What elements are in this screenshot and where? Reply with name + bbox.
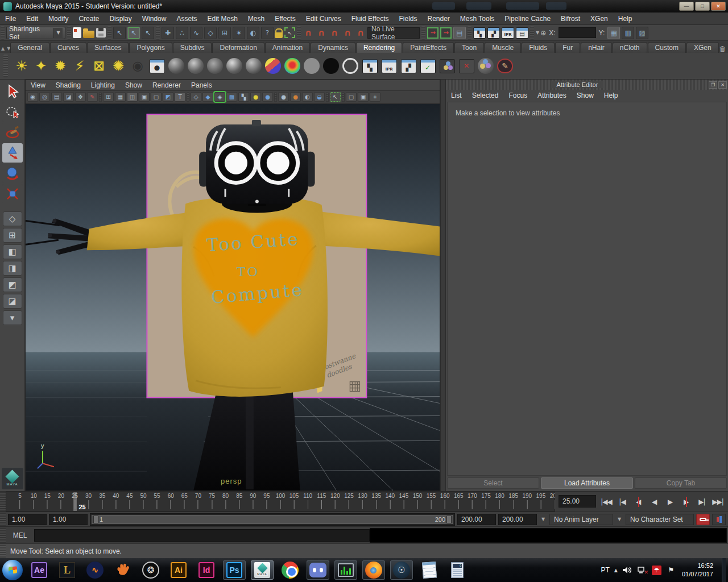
depth-of-field-icon[interactable]: ◒ xyxy=(314,92,325,102)
timeline-tick[interactable]: 120 xyxy=(330,492,340,511)
timeline-tick[interactable]: 80 xyxy=(222,492,229,511)
load-attributes-button[interactable]: Load Attributes xyxy=(541,477,633,489)
field-chart-icon[interactable]: ◩ xyxy=(163,92,173,102)
menu-item[interactable]: Edit Curves xyxy=(301,13,346,24)
timeline-tick[interactable]: 135 xyxy=(371,492,381,511)
taskbar-task-manager[interactable] xyxy=(334,560,357,580)
timeline-tick[interactable]: 15 xyxy=(44,492,51,511)
bookmark-icon[interactable]: ▤ xyxy=(51,92,62,102)
viewport-menu-item[interactable]: Shading xyxy=(51,80,86,90)
timeline-tick[interactable]: 25 xyxy=(72,492,78,511)
timeline-tick[interactable]: 75 xyxy=(209,492,215,511)
shelf-tab[interactable]: XGen xyxy=(686,42,719,53)
taskbar-clock[interactable]: 16:52 01/07/2017 xyxy=(682,562,713,579)
layout-persp-graph-h[interactable]: ◪ xyxy=(3,294,22,309)
menu-item[interactable]: Display xyxy=(104,13,136,24)
step-back-key-button[interactable]: ◀ xyxy=(631,495,645,509)
current-time-field[interactable]: 25.00 xyxy=(559,495,596,508)
ipr-render-icon[interactable]: IPR xyxy=(502,27,514,39)
shelf-tab[interactable]: Toon xyxy=(454,42,484,53)
timeline-tick[interactable]: 5 xyxy=(18,492,22,511)
show-desktop-button[interactable] xyxy=(722,558,726,582)
layout-four-view[interactable]: ⊞ xyxy=(3,228,22,243)
menu-item[interactable]: Effects xyxy=(270,13,300,24)
open-scene-icon[interactable] xyxy=(83,31,94,38)
timeline-tick[interactable]: 160 xyxy=(440,492,450,511)
channel-box-toggle-icon[interactable]: ▦ xyxy=(607,27,620,39)
shelf-tab[interactable]: Dynamics xyxy=(311,42,355,53)
taskbar-illustrator[interactable]: Ai xyxy=(167,560,190,580)
attribute-editor-menu-item[interactable]: Attributes xyxy=(532,90,572,101)
mask-misc-icon[interactable]: ? xyxy=(261,27,274,39)
shelf-tab[interactable]: Animation xyxy=(265,42,310,53)
input-connection-icon[interactable]: → xyxy=(427,27,439,39)
attribute-editor-menu-item[interactable]: Focus xyxy=(503,90,532,101)
taskbar-indesign[interactable]: Id xyxy=(195,560,218,580)
chevron-down-icon[interactable]: ▼ xyxy=(539,517,547,522)
animation-start-field[interactable]: 1.00 xyxy=(8,514,47,525)
shadows-icon[interactable]: ● xyxy=(278,92,289,102)
range-start-handle[interactable] xyxy=(93,516,98,523)
timeline-tick[interactable]: 30 xyxy=(85,492,92,511)
menu-item[interactable]: Pipeline Cache xyxy=(499,13,556,24)
shelf-tab[interactable]: General xyxy=(10,42,49,53)
viewport-menu-item[interactable]: View xyxy=(26,80,51,90)
scale-tool[interactable] xyxy=(2,184,23,203)
render-view-icon[interactable]: ▚ xyxy=(473,27,486,39)
live-surface-field[interactable]: No Live Surface xyxy=(367,27,420,39)
collapser[interactable] xyxy=(1,26,5,40)
attribute-editor-menu-item[interactable]: Show xyxy=(572,90,599,101)
character-set-dropdown[interactable]: No Character Set xyxy=(626,514,694,525)
menu-item[interactable]: Bifrost xyxy=(556,13,585,24)
go-to-start-button[interactable]: |◀◀ xyxy=(599,495,613,509)
shaded-icon[interactable]: ◆ xyxy=(202,92,213,102)
action-center-flag-icon[interactable]: ⚑ xyxy=(666,566,676,575)
menu-item[interactable]: Help xyxy=(613,13,638,24)
timeline-tick[interactable]: 140 xyxy=(385,492,395,511)
mask-points-icon[interactable]: ∴ xyxy=(176,27,188,39)
viewport-menu-item[interactable]: Show xyxy=(120,80,147,90)
paint-effects-icon[interactable]: ✎ xyxy=(87,92,98,102)
collapser[interactable] xyxy=(0,528,6,543)
sym-object-icon[interactable]: ⊕ xyxy=(540,29,546,37)
playback-end-field[interactable]: 200.00 xyxy=(457,514,496,525)
mask-surfaces-icon[interactable]: ◇ xyxy=(204,27,217,39)
resolution-gate-icon[interactable]: ◫ xyxy=(127,92,138,102)
viewport-menu-item[interactable]: Lighting xyxy=(86,80,120,90)
timeline-tick[interactable]: 35 xyxy=(99,492,105,511)
chevron-down-icon[interactable]: ▼ xyxy=(536,30,539,35)
timeline-tick[interactable]: 170 xyxy=(468,492,477,511)
timeline-tick[interactable]: 175 xyxy=(481,492,491,511)
timeline-tick[interactable]: 70 xyxy=(195,492,201,511)
timeline-tick[interactable]: 40 xyxy=(113,492,119,511)
output-connection-icon[interactable]: → xyxy=(440,27,452,39)
rotate-tool[interactable] xyxy=(2,164,23,183)
select-hierarchy-icon[interactable]: ↖ xyxy=(113,27,126,39)
taskbar-firefox[interactable] xyxy=(362,560,385,580)
range-end-handle[interactable] xyxy=(446,516,452,523)
isolate-view-icon[interactable]: ▣ xyxy=(358,92,369,102)
textured-icon[interactable]: ▩ xyxy=(226,92,237,102)
menu-item[interactable]: File xyxy=(0,13,21,24)
timeline-tick[interactable]: 60 xyxy=(168,492,174,511)
timeline-tick[interactable]: 190 xyxy=(522,492,532,511)
taskbar-notepad[interactable] xyxy=(418,560,441,580)
timeline-tick[interactable]: 105 xyxy=(289,492,299,511)
collapser[interactable] xyxy=(156,26,160,40)
region-icon[interactable]: ▢ xyxy=(151,92,162,102)
collapser[interactable] xyxy=(530,26,534,40)
shelf-tab[interactable]: Rendering xyxy=(356,42,402,53)
share-view-icon[interactable]: ⌗ xyxy=(370,92,380,102)
motion-blur-icon[interactable]: ◐ xyxy=(302,92,313,102)
shelf-tab[interactable]: Fur xyxy=(555,42,580,53)
menu-item[interactable]: Assets xyxy=(171,13,202,24)
default-light-icon[interactable]: ● xyxy=(262,92,273,102)
viewport-menu-item[interactable]: Renderer xyxy=(147,80,186,90)
camera-select-icon[interactable]: ◉ xyxy=(27,92,38,102)
range-slider-bar[interactable]: 1 200 xyxy=(92,515,453,524)
pan-zoom-icon[interactable]: ✥ xyxy=(75,92,86,102)
taskbar-photoshop[interactable]: Ps xyxy=(223,560,246,580)
ambient-occlusion-icon[interactable]: ● xyxy=(290,92,301,102)
layer-editor-toggle-icon[interactable]: ▥ xyxy=(622,27,634,39)
mask-rendering-icon[interactable]: ◐ xyxy=(247,27,259,39)
